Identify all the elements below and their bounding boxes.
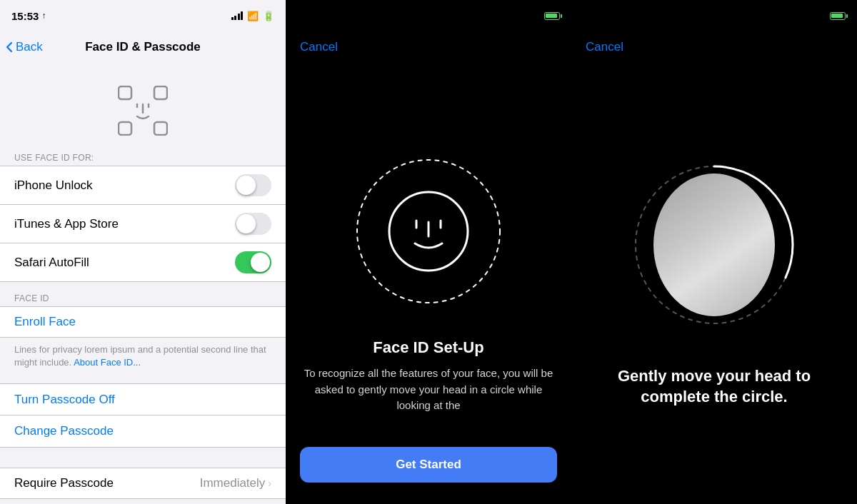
setup-description: To recognize all the features of your fa…	[300, 366, 557, 414]
toggle-thumb	[236, 176, 256, 195]
svg-rect-3	[154, 122, 167, 135]
use-face-id-label: USE FACE ID FOR:	[0, 147, 286, 166]
face-icon-svg	[382, 185, 475, 278]
svg-rect-1	[154, 86, 167, 99]
cancel-button[interactable]: Cancel	[300, 40, 338, 54]
battery-fill	[546, 14, 557, 18]
scan-oval-graphic	[628, 159, 800, 331]
face-id-section-label: FACE ID	[0, 288, 286, 306]
settings-panel: 15:53 ↑ 📶 🔋 Back Face ID & Passcode	[0, 0, 286, 504]
require-passcode-label: Require Passcode	[14, 476, 114, 490]
turn-passcode-off-row[interactable]: Turn Passcode Off	[0, 384, 286, 415]
iphone-unlock-toggle[interactable]	[235, 174, 271, 196]
face-id-description: Lines for privacy lorem ipsum and a pote…	[0, 338, 286, 378]
location-icon: ↑	[41, 11, 46, 21]
settings-content: USE FACE ID FOR: iPhone Unlock iTunes & …	[0, 63, 286, 504]
setup-nav: Cancel	[286, 31, 571, 63]
change-passcode-label[interactable]: Change Passcode	[14, 424, 114, 438]
wifi-icon: 📶	[247, 11, 259, 21]
setup-body: Face ID Set-Up To recognize all the feat…	[286, 63, 571, 504]
face-oval	[653, 173, 775, 316]
face-id-icon-section	[0, 69, 286, 147]
svg-rect-2	[119, 122, 131, 135]
status-time: 15:53	[11, 10, 39, 22]
back-label: Back	[16, 40, 43, 54]
face-id-icon	[118, 86, 168, 136]
get-started-label: Get Started	[396, 458, 461, 472]
battery-icon	[544, 12, 560, 20]
iphone-unlock-row: iPhone Unlock	[0, 166, 286, 205]
safari-autofill-toggle[interactable]	[235, 251, 271, 273]
scan-status-bar	[571, 0, 857, 31]
toggle-group: iPhone Unlock iTunes & App Store Safari …	[0, 166, 286, 282]
battery-container	[544, 12, 560, 20]
safari-autofill-label: Safari AutoFill	[14, 256, 89, 270]
battery-tip	[561, 14, 563, 18]
status-bar: 15:53 ↑ 📶 🔋	[0, 0, 286, 31]
chevron-right-icon: ›	[268, 478, 271, 489]
setup-title: Face ID Set-Up	[373, 338, 483, 357]
passcode-section: Turn Passcode Off Change Passcode	[0, 383, 286, 448]
scan-instruction: Gently move your head to complete the ci…	[586, 366, 843, 407]
toggle-thumb	[236, 214, 256, 233]
battery-fill	[831, 14, 843, 18]
dark-status-bar	[286, 0, 571, 31]
change-passcode-row[interactable]: Change Passcode	[0, 415, 286, 447]
use-face-id-section: USE FACE ID FOR: iPhone Unlock iTunes & …	[0, 147, 286, 282]
face-scan-graphic	[350, 153, 507, 310]
itunes-appstore-label: iTunes & App Store	[14, 217, 119, 231]
passcode-value: Immediately ›	[200, 476, 271, 490]
page-title: Face ID & Passcode	[85, 40, 201, 54]
scan-body: Gently move your head to complete the ci…	[571, 63, 857, 504]
back-button[interactable]: Back	[6, 40, 43, 54]
battery-container	[830, 12, 846, 20]
get-started-button[interactable]: Get Started	[300, 447, 557, 483]
cancel-button[interactable]: Cancel	[586, 40, 623, 54]
itunes-appstore-row: iTunes & App Store	[0, 205, 286, 243]
battery-icon	[830, 12, 846, 20]
turn-passcode-off-label[interactable]: Turn Passcode Off	[14, 393, 115, 407]
svg-rect-0	[119, 86, 131, 99]
iphone-unlock-label: iPhone Unlock	[14, 178, 93, 193]
status-icons: 📶 🔋	[231, 11, 275, 21]
enroll-face-label[interactable]: Enroll Face	[14, 315, 76, 329]
scan-panel: Cancel Gently move your head to complete…	[571, 0, 857, 504]
about-face-id-link[interactable]: About Face ID...	[74, 357, 141, 368]
safari-autofill-row: Safari AutoFill	[0, 243, 286, 281]
battery-tip	[846, 14, 848, 18]
toggle-thumb	[251, 253, 270, 272]
require-passcode-row[interactable]: Require Passcode Immediately ›	[0, 468, 286, 499]
face-id-section: FACE ID Enroll Face Lines for privacy lo…	[0, 288, 286, 378]
passcode-links-group: Turn Passcode Off Change Passcode	[0, 383, 286, 448]
setup-panel: Cancel Face ID Set-Up To recognize all t…	[286, 0, 571, 504]
scan-nav: Cancel	[571, 31, 857, 63]
chevron-left-icon	[6, 41, 13, 53]
itunes-appstore-toggle[interactable]	[235, 213, 271, 235]
navigation-bar: Back Face ID & Passcode	[0, 31, 286, 63]
enroll-face-row[interactable]: Enroll Face	[0, 306, 286, 338]
signal-icon	[231, 11, 244, 20]
battery-icon: 🔋	[263, 11, 274, 21]
